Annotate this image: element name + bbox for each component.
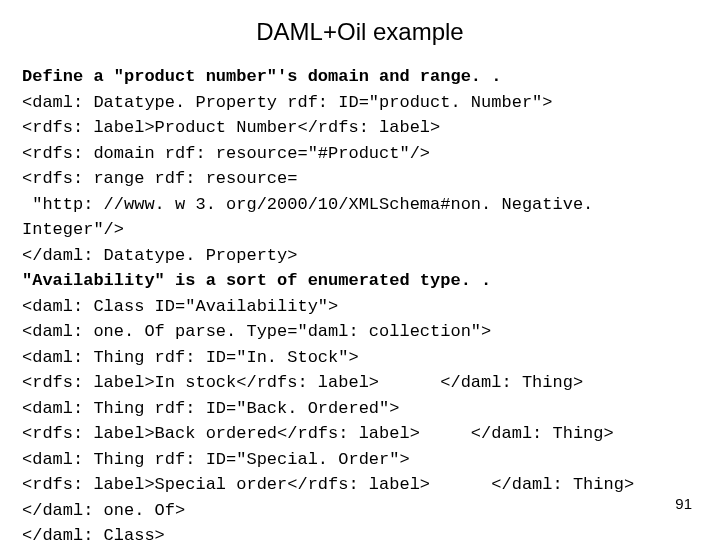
code-line: <rdfs: range rdf: resource=: [22, 169, 297, 188]
code-line: <rdfs: label>Back ordered</rdfs: label> …: [22, 424, 614, 443]
code-line: "http: //www. w 3. org/2000/10/XMLSchema…: [22, 195, 604, 240]
code-line: <rdfs: label>Product Number</rdfs: label…: [22, 118, 440, 137]
code-line: <daml: one. Of parse. Type="daml: collec…: [22, 322, 491, 341]
code-line: <daml: Thing rdf: ID="Back. Ordered">: [22, 399, 399, 418]
code-line: <daml: Class ID="Availability">: [22, 297, 338, 316]
code-block: Define a "product number"'s domain and r…: [22, 64, 698, 540]
code-line: </daml: Datatype. Property>: [22, 246, 297, 265]
code-line: <rdfs: label>Special order</rdfs: label>…: [22, 475, 634, 494]
code-line: <rdfs: label>In stock</rdfs: label> </da…: [22, 373, 583, 392]
code-line: <daml: Thing rdf: ID="In. Stock">: [22, 348, 359, 367]
heading-1: Define a "product number"'s domain and r…: [22, 67, 501, 86]
heading-2: "Availability" is a sort of enumerated t…: [22, 271, 491, 290]
code-line: </daml: one. Of>: [22, 501, 185, 520]
code-line: <rdfs: domain rdf: resource="#Product"/>: [22, 144, 430, 163]
slide: DAML+Oil example Define a "product numbe…: [0, 0, 720, 540]
code-line: <daml: Datatype. Property rdf: ID="produ…: [22, 93, 553, 112]
page-number: 91: [675, 495, 692, 512]
code-line: </daml: Class>: [22, 526, 165, 540]
code-line: <daml: Thing rdf: ID="Special. Order">: [22, 450, 410, 469]
slide-title: DAML+Oil example: [22, 18, 698, 46]
